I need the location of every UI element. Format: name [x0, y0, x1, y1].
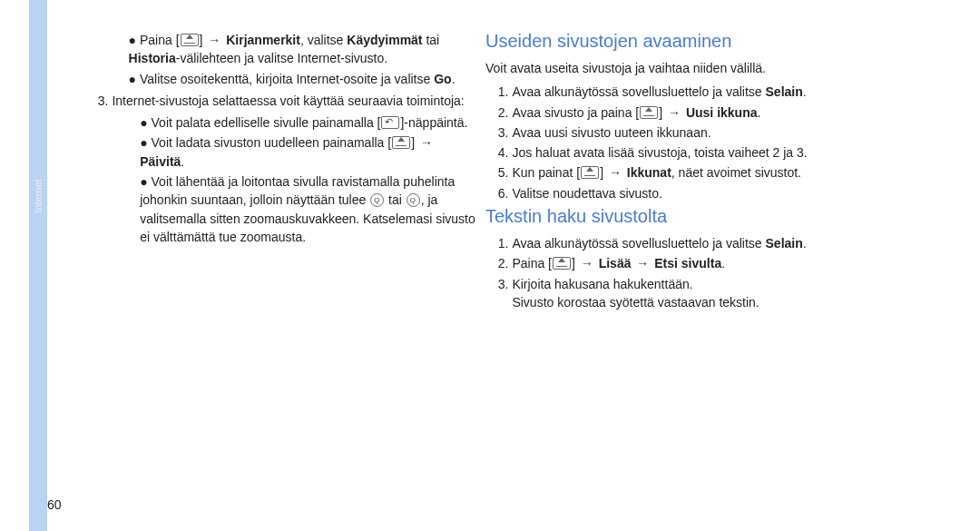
text: Voit palata edelliselle sivulle painamal…	[152, 115, 381, 130]
text: .	[721, 256, 725, 270]
text: .	[803, 84, 807, 99]
text: Avaa sivusto ja paina [	[512, 105, 639, 120]
arrow-icon: →	[418, 135, 435, 150]
text-bold: Lisää	[599, 256, 632, 270]
list-item: Valitse osoitekenttä, kirjoita Internet-…	[129, 70, 475, 88]
text-bold: Etsi sivulta	[654, 256, 721, 270]
list-item: Voit lähentää ja loitontaa sivulla ravis…	[140, 172, 475, 246]
text: tai	[423, 33, 440, 47]
list-item: Jos haluat avata lisää sivustoja, toista…	[512, 143, 885, 162]
text: ]	[411, 135, 418, 150]
list-item: Paina [] → Lisää → Etsi sivulta.	[512, 254, 885, 272]
list-item: Avaa alkunäytössä sovellusluettelo ja va…	[512, 83, 885, 101]
text: ]	[572, 256, 579, 270]
list-item: Voit palata edelliselle sivulle painamal…	[140, 113, 475, 132]
text: Sivusto korostaa syötettä vastaavan teks…	[512, 295, 759, 310]
home-menu-icon	[553, 257, 571, 270]
text: Paina [	[512, 256, 552, 270]
left-column: Paina [] → Kirjanmerkit, valitse Käydyim…	[85, 27, 475, 250]
arrow-icon: →	[607, 165, 623, 180]
home-menu-icon	[392, 136, 410, 149]
home-menu-icon	[581, 166, 599, 179]
sidebar-tab: Internet	[29, 0, 47, 531]
text-bold: Go	[434, 72, 451, 86]
text-bold: Ikkunat	[627, 165, 671, 180]
zoom-out-icon	[407, 193, 420, 207]
text-bold: Selain	[766, 84, 803, 99]
text: Avaa alkunäytössä sovellusluettelo ja va…	[512, 84, 765, 99]
text: .	[758, 105, 761, 120]
list-item: Valitse noudettava sivusto.	[512, 184, 885, 202]
home-menu-icon	[181, 34, 199, 46]
text: , valitse	[300, 33, 347, 47]
text: ]	[659, 105, 666, 120]
text: ]	[600, 165, 607, 180]
text: -välilehteen ja valitse Internet-sivusto…	[176, 51, 387, 65]
text: Kirjoita hakusana hakukenttään.	[512, 277, 692, 291]
list-item: Voit ladata sivuston uudelleen painamall…	[140, 133, 475, 171]
text: Internet-sivustoja selattaessa voit käyt…	[112, 93, 464, 108]
text: .	[803, 236, 807, 251]
text: Voit ladata sivuston uudelleen painamall…	[152, 135, 392, 150]
home-menu-icon	[640, 106, 658, 119]
text: , näet avoimet sivustot.	[671, 165, 801, 180]
list-item: Kirjoita hakusana hakukenttään. Sivusto …	[512, 275, 885, 312]
list-item: Avaa alkunäytössä sovellusluettelo ja va…	[512, 234, 885, 252]
page-number: 60	[47, 497, 62, 512]
list-item: Kun painat [] → Ikkunat, näet avoimet si…	[512, 163, 885, 182]
zoom-in-icon	[370, 193, 384, 207]
text: tai	[385, 192, 406, 207]
list-item: Avaa sivusto ja paina [] → Uusi ikkuna.	[512, 103, 885, 122]
text: .	[452, 72, 456, 86]
text-bold: Uusi ikkuna	[686, 105, 758, 120]
intro: Voit avata useita sivustoja ja vaihtaa n…	[485, 59, 885, 77]
list-item: Avaa uusi sivusto uuteen ikkunaan.	[512, 123, 885, 142]
sidebar-label: Internet	[33, 179, 44, 212]
arrow-icon: →	[206, 33, 222, 47]
text-bold: Käydyimmät	[347, 33, 422, 47]
text: Paina [	[140, 33, 180, 47]
arrow-icon: →	[579, 256, 595, 270]
back-icon	[381, 116, 399, 129]
heading-find-text: Tekstin haku sivustolta	[485, 206, 885, 227]
right-column: Useiden sivustojen avaaminen Voit avata …	[485, 27, 885, 315]
list-item: Paina [] → Kirjanmerkit, valitse Käydyim…	[129, 31, 475, 68]
arrow-icon: →	[666, 105, 682, 120]
text: Avaa alkunäytössä sovellusluettelo ja va…	[512, 236, 765, 251]
text: .	[181, 154, 184, 169]
step-3: Internet-sivustoja selattaessa voit käyt…	[112, 92, 475, 246]
text: Kun painat [	[512, 165, 580, 180]
text-bold: Historia	[129, 51, 176, 65]
text: Valitse osoitekenttä, kirjoita Internet-…	[140, 72, 434, 86]
text: ]-näppäintä.	[400, 115, 467, 130]
arrow-icon: →	[634, 256, 651, 270]
text-bold: Kirjanmerkit	[226, 33, 300, 47]
text-bold: Päivitä	[140, 154, 181, 169]
heading-multiple-pages: Useiden sivustojen avaaminen	[485, 31, 885, 52]
text-bold: Selain	[766, 236, 803, 251]
